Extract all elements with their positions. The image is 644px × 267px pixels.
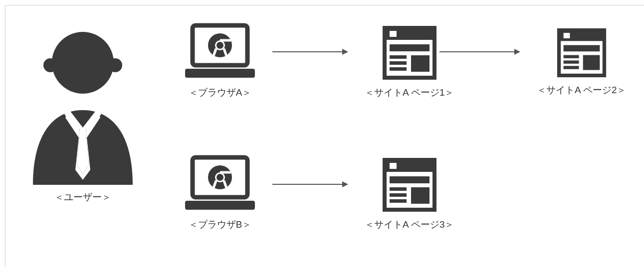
diagram-container: ＜ユーザー＞ ＜ブラウザA＞ — [5, 5, 644, 267]
site-a-page3-label: ＜サイトA ページ3＞ — [365, 218, 454, 231]
webpage-icon — [382, 25, 437, 80]
svg-rect-19 — [563, 45, 600, 52]
svg-rect-13 — [390, 61, 407, 65]
user-label: ＜ユーザー＞ — [54, 191, 111, 204]
svg-rect-12 — [390, 55, 407, 59]
user-icon — [25, 20, 140, 185]
webpage-icon — [382, 157, 437, 212]
svg-rect-36 — [411, 187, 429, 204]
svg-point-1 — [43, 58, 57, 72]
arrow-browser-a-to-page1 — [272, 51, 347, 52]
laptop-chrome-icon — [183, 155, 257, 212]
svg-rect-4 — [185, 69, 255, 78]
svg-rect-10 — [390, 31, 397, 37]
user-node: ＜ユーザー＞ — [25, 20, 140, 204]
svg-rect-33 — [390, 187, 407, 191]
svg-rect-18 — [563, 33, 570, 38]
svg-rect-35 — [390, 199, 407, 203]
site-a-page1-label: ＜サイトA ページ1＞ — [365, 86, 454, 99]
svg-point-7 — [216, 42, 223, 49]
svg-rect-15 — [411, 55, 429, 72]
browser-b-label: ＜ブラウザB＞ — [189, 218, 252, 231]
svg-point-28 — [216, 174, 223, 181]
svg-rect-23 — [583, 55, 600, 70]
svg-rect-31 — [390, 163, 397, 169]
site-a-page2-node: ＜サイトA ページ2＞ — [537, 28, 626, 97]
svg-rect-20 — [563, 55, 579, 58]
svg-rect-22 — [563, 66, 579, 69]
site-a-page3-node: ＜サイトA ページ3＞ — [365, 157, 454, 231]
svg-rect-21 — [563, 60, 579, 63]
browser-a-label: ＜ブラウザA＞ — [189, 86, 252, 99]
svg-rect-34 — [390, 193, 407, 197]
arrow-page1-to-page2 — [439, 51, 519, 52]
site-a-page1-node: ＜サイトA ページ1＞ — [365, 25, 454, 99]
arrow-browser-b-to-page3 — [272, 184, 347, 185]
browser-b-node: ＜ブラウザB＞ — [183, 155, 257, 231]
browser-a-node: ＜ブラウザA＞ — [183, 23, 257, 99]
svg-point-2 — [108, 58, 122, 72]
laptop-chrome-icon — [183, 23, 257, 80]
svg-rect-14 — [390, 67, 407, 71]
svg-rect-32 — [390, 176, 429, 183]
svg-rect-25 — [185, 201, 255, 210]
svg-rect-11 — [390, 44, 429, 51]
webpage-icon — [557, 28, 607, 78]
site-a-page2-label: ＜サイトA ページ2＞ — [537, 84, 626, 97]
